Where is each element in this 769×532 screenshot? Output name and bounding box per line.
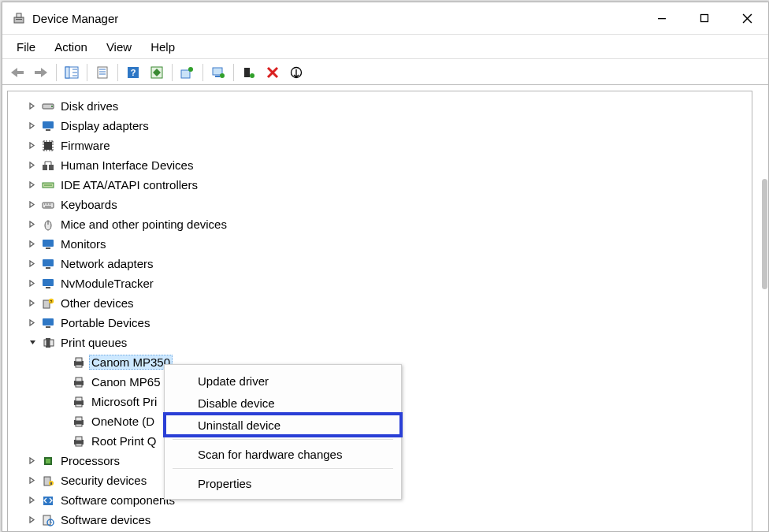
toolbar-divider [172, 64, 173, 81]
tree-node-label[interactable]: Firmware [58, 138, 113, 153]
svg-rect-35 [43, 279, 54, 286]
expand-arrow-icon[interactable] [22, 299, 41, 307]
svg-rect-32 [46, 247, 50, 249]
expand-arrow-icon[interactable] [22, 122, 41, 129]
help-button[interactable]: ? [123, 62, 143, 83]
action-button[interactable] [147, 62, 167, 83]
display-icon [41, 316, 55, 330]
printer-icon [41, 336, 55, 350]
expand-arrow-icon[interactable] [22, 477, 41, 484]
expand-arrow-icon[interactable] [22, 240, 41, 247]
properties-button[interactable] [92, 62, 113, 83]
ctx-scan-hardware[interactable]: Scan for hardware changes [165, 443, 401, 465]
svg-text:?: ? [50, 299, 53, 304]
ctx-separator [173, 468, 393, 469]
tree-node-label[interactable]: IDE ATA/ATAPI controllers [58, 177, 200, 192]
scan-hardware-button[interactable] [208, 62, 228, 83]
expand-arrow-icon[interactable] [22, 497, 41, 504]
tree-node-label[interactable]: Print queues [58, 335, 129, 350]
tree-node[interactable]: IDE ATA/ATAPI controllers [8, 175, 752, 195]
expand-arrow-icon[interactable] [22, 319, 41, 326]
collapse-arrow-icon[interactable] [22, 339, 41, 346]
tree-node[interactable]: Keyboards [8, 195, 752, 214]
tree-node-label[interactable]: Microsoft Pri [89, 394, 159, 409]
tree-node-label[interactable]: Canom MP350 [89, 355, 173, 370]
mouse-icon [41, 218, 55, 232]
ctx-properties[interactable]: Properties [165, 472, 401, 494]
maximize-button[interactable] [683, 2, 726, 34]
svg-rect-33 [43, 259, 54, 266]
svg-rect-61 [46, 459, 50, 463]
tree-node[interactable]: Portable Devices [8, 313, 752, 333]
expand-arrow-icon[interactable] [22, 457, 41, 464]
tree-node-label[interactable]: OneNote (D [89, 414, 157, 429]
tree-node-label[interactable]: Software components [58, 493, 177, 508]
tree-node[interactable]: Disk drives [8, 96, 752, 116]
minimize-button[interactable] [641, 2, 683, 34]
tree-node[interactable]: Display adapters [8, 116, 752, 136]
tree-node-label[interactable]: Keyboards [58, 197, 120, 212]
svg-rect-4 [701, 15, 708, 22]
svg-rect-18 [244, 68, 250, 77]
tree-node-label[interactable]: Network adapters [58, 256, 156, 271]
svg-rect-47 [76, 365, 82, 367]
expand-arrow-icon[interactable] [22, 102, 41, 110]
tree-node[interactable]: Software devices [8, 510, 752, 530]
tree-node-label[interactable]: Mice and other pointing devices [58, 217, 229, 232]
expand-arrow-icon[interactable] [22, 181, 41, 188]
tree-node[interactable]: Monitors [8, 234, 752, 254]
swcomp-icon [41, 493, 55, 508]
tree-node[interactable]: Print queues [8, 333, 752, 352]
ctx-update-driver[interactable]: Update driver [165, 370, 401, 392]
disable-device-button[interactable] [286, 62, 306, 83]
toolbar: ? [2, 59, 768, 85]
uninstall-device-button[interactable] [262, 62, 283, 83]
tree-node-label[interactable]: Software devices [58, 512, 153, 527]
scrollbar[interactable] [762, 179, 767, 289]
tree-node[interactable]: ?Other devices [8, 293, 752, 313]
tree-node[interactable]: Mice and other pointing devices [8, 214, 752, 234]
tree-node[interactable]: NvModuleTracker [8, 273, 752, 293]
menu-view[interactable]: View [98, 38, 139, 56]
expand-arrow-icon[interactable] [22, 516, 41, 523]
tree-node-label[interactable]: Portable Devices [58, 315, 152, 330]
expand-arrow-icon[interactable] [22, 142, 41, 149]
ctx-uninstall-device[interactable]: Uninstall device [165, 414, 401, 436]
expand-arrow-icon[interactable] [22, 280, 41, 287]
printer-icon [72, 415, 86, 429]
tree-node-label[interactable]: Human Interface Devices [58, 158, 195, 173]
menu-action[interactable]: Action [46, 38, 95, 56]
printer-icon [72, 395, 86, 409]
menu-file[interactable]: File [9, 38, 43, 56]
expand-arrow-icon[interactable] [22, 221, 41, 228]
enable-device-button[interactable] [239, 62, 259, 83]
tree-node-label[interactable]: Other devices [58, 296, 136, 311]
tree-node-label[interactable]: Security devices [58, 473, 149, 488]
expand-arrow-icon[interactable] [22, 201, 41, 208]
tree-node-label[interactable]: Root Print Q [89, 433, 159, 448]
menu-help[interactable]: Help [143, 38, 183, 56]
tree-node[interactable]: Human Interface Devices [8, 155, 752, 175]
tree-node-label[interactable]: Display adapters [58, 118, 151, 133]
expand-arrow-icon[interactable] [22, 260, 41, 267]
tree-node-label[interactable]: NvModuleTracker [58, 276, 156, 291]
back-button[interactable] [7, 62, 28, 83]
svg-rect-43 [50, 340, 54, 346]
context-menu: Update driver Disable device Uninstall d… [164, 364, 402, 500]
close-button[interactable] [726, 2, 768, 34]
svg-rect-16 [215, 76, 220, 77]
expand-arrow-icon[interactable] [22, 162, 41, 169]
tree-node[interactable]: Firmware [8, 136, 752, 155]
tree-node-label[interactable]: Canon MP65 [89, 374, 163, 389]
tree-node-label[interactable]: Disk drives [58, 99, 121, 113]
tree-node-label[interactable]: Processors [58, 453, 122, 468]
forward-button[interactable] [31, 62, 51, 83]
tree-node-label[interactable]: Monitors [58, 236, 109, 251]
show-hide-tree-button[interactable] [61, 62, 82, 83]
tree-node[interactable]: Network adapters [8, 254, 752, 273]
update-driver-button[interactable] [177, 62, 198, 83]
ctx-disable-device[interactable]: Disable device [165, 392, 401, 414]
svg-rect-59 [76, 444, 82, 446]
svg-rect-52 [76, 397, 82, 401]
svg-rect-24 [46, 129, 50, 131]
